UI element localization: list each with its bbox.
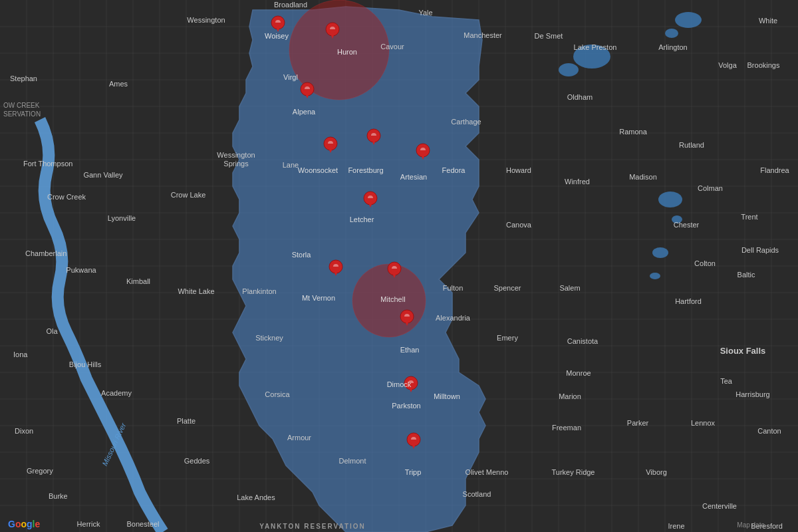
label-herrick: Herrick <box>77 520 100 528</box>
label-lyonville: Lyonville <box>108 214 136 222</box>
label-flandrea: Flandrea <box>760 166 789 174</box>
label-kimball: Kimball <box>126 277 150 285</box>
label-storla: Storla <box>292 251 312 259</box>
map-svg: Broadland Yale White Wessington Woisey H… <box>0 0 798 532</box>
label-milltown: Milltown <box>434 392 460 400</box>
label-academy: Academy <box>101 389 132 397</box>
label-forestburg: Forestburg <box>348 166 383 174</box>
label-mt-vernon: Mt Vernon <box>302 294 335 302</box>
label-canova: Canova <box>506 221 532 229</box>
label-canistota: Canistota <box>567 337 598 345</box>
label-fort-thompson: Fort Thompson <box>23 160 72 168</box>
label-geddes: Geddes <box>184 457 210 465</box>
label-pukwana: Pukwana <box>66 266 96 274</box>
label-virgl: Virgl <box>283 73 298 81</box>
label-lake-preston: Lake Preston <box>574 43 617 51</box>
label-huron: Huron <box>337 48 357 56</box>
label-stickney: Stickney <box>255 334 283 342</box>
label-springs: Springs <box>223 160 249 168</box>
label-ramona: Ramona <box>619 128 647 136</box>
label-chester: Chester <box>674 221 700 229</box>
label-dimock: Dimock <box>387 380 412 388</box>
label-yale: Yale <box>418 9 432 17</box>
label-hartford: Hartford <box>675 297 702 305</box>
label-monroe: Monroe <box>566 369 591 377</box>
label-winfred: Winfred <box>565 178 590 186</box>
label-ethan: Ethan <box>400 346 420 354</box>
label-de-smet: De Smet <box>535 32 563 40</box>
label-turkey-ridge: Turkey Ridge <box>551 468 595 476</box>
label-canton: Canton <box>757 427 781 435</box>
label-fulton: Fulton <box>443 284 464 292</box>
label-iona: Iona <box>13 350 28 358</box>
label-woisey: Woisey <box>265 32 289 40</box>
label-olivet-menno: Olivet Menno <box>466 468 509 476</box>
label-manchester: Manchester <box>464 31 502 39</box>
label-white-lake: White Lake <box>178 287 214 295</box>
label-howard: Howard <box>506 166 531 174</box>
label-trent: Trent <box>741 213 757 221</box>
label-ola: Ola <box>46 327 58 335</box>
label-fedora: Fedora <box>442 166 466 174</box>
label-alpena: Alpena <box>293 108 316 116</box>
label-white: White <box>759 17 777 25</box>
map-container: Broadland Yale White Wessington Woisey H… <box>0 0 798 532</box>
label-carthage: Carthage <box>451 118 481 126</box>
label-arlington: Arlington <box>658 43 687 51</box>
label-centerville: Centerville <box>702 502 737 510</box>
google-logo: Google <box>8 519 40 529</box>
label-servation: SERVATION <box>3 110 41 118</box>
label-letcher: Letcher <box>350 215 374 223</box>
label-tripp: Tripp <box>405 468 422 476</box>
label-wessington: Wessington <box>187 16 225 24</box>
label-stephan: Stephan <box>10 74 37 82</box>
label-mitchell: Mitchell <box>380 295 405 303</box>
label-spencer: Spencer <box>494 284 521 292</box>
label-dixon: Dixon <box>15 427 33 435</box>
label-freeman: Freeman <box>552 424 581 432</box>
label-bijou-hills: Bijou Hills <box>69 360 102 368</box>
label-broadland: Broadland <box>274 1 307 9</box>
label-irene: Irene <box>668 522 684 530</box>
label-marion: Marion <box>559 392 581 400</box>
label-tea: Tea <box>720 377 733 385</box>
svg-point-52 <box>665 29 678 38</box>
svg-point-55 <box>652 247 668 258</box>
label-crow-lake: Crow Lake <box>171 191 206 199</box>
label-delmont: Delmont <box>339 457 366 465</box>
label-yankton-res: YANKTON RESERVATION <box>259 523 366 530</box>
label-emery: Emery <box>497 334 518 342</box>
label-sioux-falls: Sioux Falls <box>720 346 766 356</box>
label-corsica: Corsica <box>265 390 290 398</box>
label-brookings: Brookings <box>747 61 780 69</box>
label-parkston: Parkston <box>392 402 420 410</box>
label-lane: Lane <box>283 161 299 169</box>
label-scotland: Scotland <box>463 490 491 498</box>
svg-point-50 <box>559 63 579 76</box>
label-wessington-springs: Wessington <box>217 151 255 159</box>
label-bonesteel: Bonesteel <box>127 520 160 528</box>
label-lake-andes: Lake Andes <box>237 493 275 501</box>
svg-point-56 <box>650 273 660 279</box>
label-cavour: Cavour <box>380 43 404 51</box>
label-ow-creek: OW CREEK <box>3 102 40 109</box>
label-woonsocket: Woonsocket <box>298 166 338 174</box>
label-colman: Colman <box>698 184 723 192</box>
label-oldham: Oldham <box>567 93 593 101</box>
label-chamberlain: Chamberlain <box>25 249 66 257</box>
svg-point-51 <box>675 12 702 28</box>
label-gregory: Gregory <box>27 467 53 475</box>
label-colton: Colton <box>694 259 716 267</box>
label-madison: Madison <box>629 173 657 181</box>
label-harrisburg: Harrisburg <box>735 390 769 398</box>
label-burke: Burke <box>49 492 68 500</box>
label-crow-creek: Crow Creek <box>47 193 86 201</box>
label-volga: Volga <box>718 61 737 69</box>
label-parker: Parker <box>627 419 649 427</box>
label-salem: Salem <box>559 284 580 292</box>
label-dell-rapids: Dell Rapids <box>741 246 779 254</box>
map-data-label: Map data <box>737 521 765 529</box>
label-platte: Platte <box>177 417 196 425</box>
label-viborg: Viborg <box>646 468 667 476</box>
label-ames: Ames <box>109 80 128 88</box>
